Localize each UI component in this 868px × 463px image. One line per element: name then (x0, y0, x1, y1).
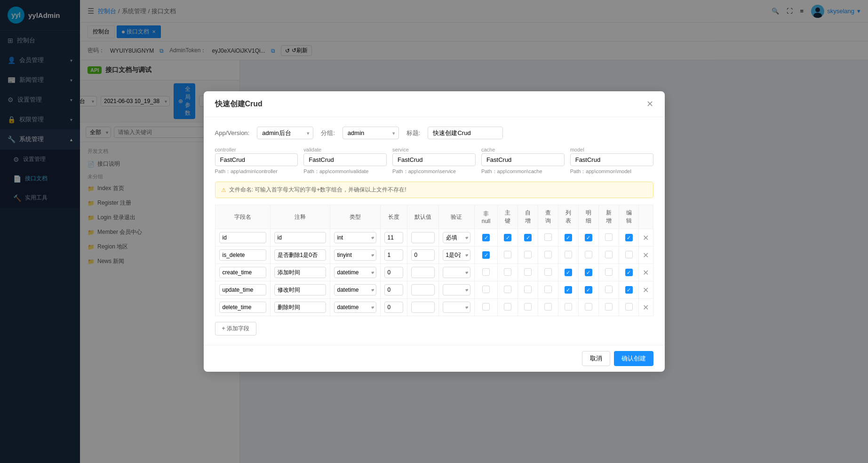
confirm-button[interactable]: 确认创建 (614, 351, 653, 366)
checkbox-checked[interactable]: ✓ (482, 251, 490, 259)
field-name-input[interactable] (219, 249, 266, 261)
delete-row-button[interactable]: ✕ (643, 286, 649, 294)
field-length-input[interactable] (384, 249, 403, 261)
checkbox-unchecked[interactable] (544, 268, 552, 276)
type-select[interactable]: inttinyintvarchardatetimetextdecimal (334, 267, 376, 278)
type-select[interactable]: inttinyintvarchardatetimetextdecimal (334, 302, 376, 313)
validate-select[interactable]: 必填1是0否手机号邮箱 (443, 302, 470, 313)
checkbox-checked[interactable]: ✓ (625, 286, 633, 294)
validate-select[interactable]: 必填1是0否手机号邮箱 (443, 267, 470, 278)
cancel-button[interactable]: 取消 (582, 351, 610, 366)
modal-title-input[interactable] (428, 127, 503, 139)
checkbox-unchecked[interactable] (544, 233, 552, 241)
checkbox-checked[interactable]: ✓ (625, 269, 633, 276)
field-comment-input[interactable] (274, 232, 326, 243)
checkbox-unchecked[interactable] (565, 303, 572, 311)
checkbox-unchecked[interactable] (625, 303, 633, 311)
checkbox-checked[interactable]: ✓ (565, 269, 572, 276)
checkbox-checked[interactable]: ✓ (565, 286, 572, 294)
field-length-input[interactable] (384, 232, 403, 243)
delete-row-button[interactable]: ✕ (643, 269, 649, 277)
checkbox-unchecked[interactable] (524, 268, 532, 276)
checkbox-checked[interactable]: ✓ (565, 234, 572, 241)
th-notnull: 非null (474, 205, 498, 229)
field-length-input[interactable] (384, 302, 403, 313)
field-default-input[interactable] (411, 267, 435, 278)
close-icon[interactable]: ✕ (646, 99, 653, 109)
field-comment-input[interactable] (274, 302, 326, 313)
checkbox-unchecked[interactable] (482, 268, 490, 276)
checkbox-checked[interactable]: ✓ (504, 234, 511, 241)
checkbox-unchecked[interactable] (504, 251, 511, 258)
type-select[interactable]: inttinyintvarchardatetimetextdecimal (334, 249, 376, 261)
checkbox-unchecked[interactable] (565, 251, 572, 258)
crud-modal: 快速创建Crud ✕ App/Version: admin后台 分组: admi… (204, 91, 665, 372)
field-length-input[interactable] (384, 267, 403, 278)
checkbox-checked[interactable]: ✓ (585, 286, 592, 294)
path-cache: cache Path：app\common\cache (481, 147, 565, 175)
th-list: 列表 (558, 205, 578, 229)
modal-group-select[interactable]: admin (342, 127, 399, 139)
field-default-input[interactable] (411, 232, 435, 243)
modal-body: App/Version: admin后台 分组: admin 标题: (204, 117, 665, 345)
add-field-button[interactable]: + 添加字段 (215, 322, 256, 335)
type-select[interactable]: inttinyintvarchardatetimetextdecimal (334, 284, 376, 295)
checkbox-unchecked[interactable] (605, 233, 613, 241)
field-length-input[interactable] (384, 284, 403, 295)
checkbox-unchecked[interactable] (524, 303, 532, 311)
field-name-input[interactable] (219, 232, 266, 243)
checkbox-checked[interactable]: ✓ (585, 234, 592, 241)
delete-row-button[interactable]: ✕ (643, 303, 649, 311)
th-query: 查询 (538, 205, 558, 229)
checkbox-checked[interactable]: ✓ (482, 234, 490, 241)
checkbox-unchecked[interactable] (585, 251, 592, 258)
checkbox-unchecked[interactable] (504, 303, 511, 311)
field-default-input[interactable] (411, 284, 435, 295)
checkbox-unchecked[interactable] (544, 286, 552, 293)
controller-input[interactable] (215, 153, 298, 166)
checkbox-unchecked[interactable] (544, 251, 552, 258)
checkbox-unchecked[interactable] (524, 251, 532, 258)
modal-title: 快速创建Crud (215, 99, 263, 109)
field-default-input[interactable] (411, 302, 435, 313)
checkbox-checked[interactable]: ✓ (524, 234, 532, 241)
cache-input[interactable] (481, 153, 565, 166)
path-service: service Path：app\common\service (392, 147, 476, 175)
checkbox-unchecked[interactable] (504, 268, 511, 276)
checkbox-unchecked[interactable] (504, 286, 511, 293)
validate-input[interactable] (303, 153, 387, 166)
checkbox-unchecked[interactable] (605, 268, 613, 276)
checkbox-unchecked[interactable] (482, 303, 490, 311)
checkbox-unchecked[interactable] (605, 303, 613, 311)
checkbox-checked[interactable]: ✓ (585, 269, 592, 276)
field-name-input[interactable] (219, 267, 266, 278)
type-select[interactable]: inttinyintvarchardatetimetextdecimal (334, 232, 376, 243)
checkbox-unchecked[interactable] (524, 286, 532, 293)
delete-row-button[interactable]: ✕ (643, 234, 649, 242)
validate-select[interactable]: 必填1是0否手机号邮箱 (443, 232, 470, 243)
field-comment-input[interactable] (274, 267, 326, 278)
field-comment-input[interactable] (274, 249, 326, 261)
table-row: inttinyintvarchardatetimetextdecimal▾ 必填… (215, 247, 653, 264)
delete-row-button[interactable]: ✕ (643, 251, 649, 259)
field-name-input[interactable] (219, 302, 266, 313)
title-form-label: 标题: (406, 129, 421, 137)
th-action (639, 205, 653, 229)
checkbox-unchecked[interactable] (544, 303, 552, 311)
field-comment-input[interactable] (274, 284, 326, 295)
validate-select[interactable]: 必填1是0否手机号邮箱 (443, 249, 470, 261)
checkbox-checked[interactable]: ✓ (625, 234, 633, 241)
checkbox-unchecked[interactable] (482, 286, 490, 293)
field-name-input[interactable] (219, 284, 266, 295)
checkbox-unchecked[interactable] (585, 303, 592, 311)
modal-app-version-wrapper: admin后台 (257, 127, 313, 139)
service-input[interactable] (392, 153, 476, 166)
validate-select[interactable]: 必填1是0否手机号邮箱 (443, 284, 470, 295)
checkbox-unchecked[interactable] (605, 251, 613, 258)
field-default-input[interactable] (411, 249, 435, 261)
checkbox-unchecked[interactable] (605, 286, 613, 293)
path-label: model (570, 147, 653, 152)
model-input[interactable] (570, 153, 653, 166)
modal-app-version-select[interactable]: admin后台 (257, 127, 313, 139)
checkbox-unchecked[interactable] (625, 251, 633, 258)
